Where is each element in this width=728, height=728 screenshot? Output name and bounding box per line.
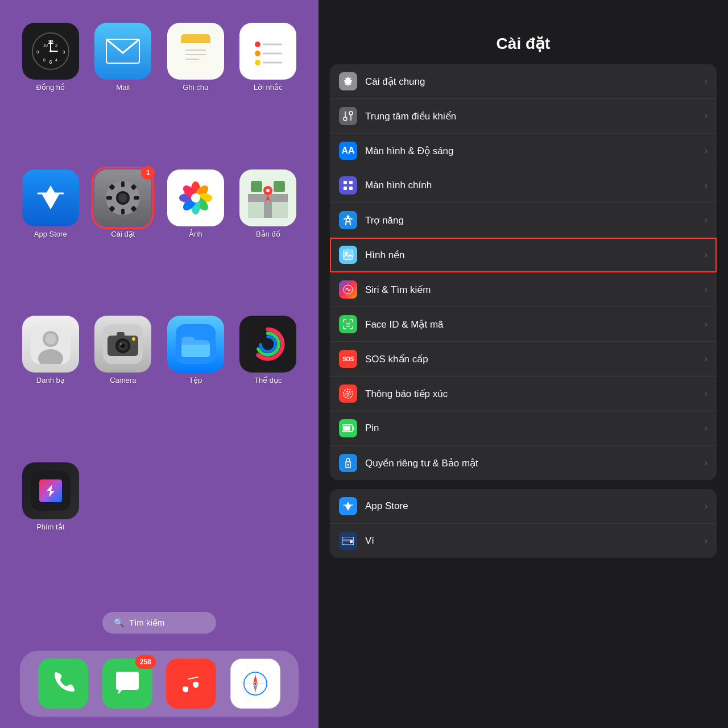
app-photos[interactable]: Ảnh [162,169,229,303]
app-maps[interactable]: Bản đồ [235,169,302,303]
row-faceid[interactable]: Face ID & Mật mã › [330,307,717,342]
app-grid: 12 9 3 6 10 2 8 4 Đồng hồ [11,17,307,601]
settings-content: Cài đặt chung › Trung tâm điều khiển › [318,64,728,728]
svg-point-53 [266,189,270,192]
svg-text:4: 4 [55,58,57,62]
row-exposure-label: Thông báo tiếp xúc [365,388,700,400]
row-privacy-label: Quyền riêng tư & Bảo mật [365,457,700,469]
svg-point-64 [120,343,122,345]
icon-appstore-settings [339,497,357,515]
svg-point-89 [347,216,350,218]
chevron-privacy: › [705,458,708,468]
chevron-siri: › [705,284,708,295]
svg-rect-32 [134,196,139,200]
app-reminders-label: Lời nhắc [254,83,283,92]
row-general[interactable]: Cài đặt chung › [330,64,717,99]
chevron-wallet: › [705,536,708,546]
svg-text:6: 6 [49,59,52,65]
icon-sos: SOS [339,350,357,368]
row-homescreen-label: Màn hình chính [365,180,700,191]
svg-rect-29 [121,181,125,187]
app-reminders[interactable]: Lời nhắc [235,23,302,156]
row-wallpaper[interactable]: Hình nền › [330,238,717,272]
settings-bottom-section: App Store › Ví › [330,489,717,558]
svg-point-66 [132,337,135,341]
search-label: Tìm kiếm [129,618,164,628]
chevron-appstore: › [705,501,708,511]
app-appstore[interactable]: App Store [17,169,84,303]
app-settings-label: Cài đặt [111,230,135,238]
row-siri[interactable]: Siri & Tìm kiếm › [330,272,717,307]
app-fitness[interactable]: Thể dục [235,316,302,449]
svg-point-79 [254,682,257,685]
app-camera[interactable]: Camera [90,316,157,449]
icon-privacy [339,454,357,472]
app-contacts-label: Danh bạ [36,376,65,384]
search-bar[interactable]: 🔍 Tìm kiếm [102,612,216,634]
row-exposure[interactable]: Thông báo tiếp xúc › [330,377,717,411]
row-accessibility-label: Trợ năng [365,214,700,226]
row-homescreen[interactable]: Màn hình chính › [330,168,717,203]
svg-rect-88 [349,187,353,190]
row-wallet-label: Ví [365,535,700,547]
dock-messages[interactable]: 258 [102,659,152,709]
svg-point-24 [255,60,260,65]
chevron-control-center: › [705,111,708,121]
row-appstore[interactable]: App Store › [330,489,717,524]
row-display-label: Màn hình & Độ sáng [365,145,700,157]
row-sos[interactable]: SOS SOS khẩn cấp › [330,342,717,377]
settings-panel: Cài đặt Cài đặt chung › [318,0,728,728]
svg-text:8: 8 [43,58,46,62]
icon-display: AA [339,142,357,160]
settings-title: Cài đặt [336,34,711,53]
app-photos-label: Ảnh [189,230,202,238]
search-icon: 🔍 [114,618,125,628]
svg-point-81 [344,117,347,121]
svg-rect-31 [106,196,112,200]
dock-safari[interactable] [230,659,280,709]
icon-wallpaper [339,246,357,264]
row-appstore-label: App Store [365,500,700,512]
app-clock[interactable]: 12 9 3 6 10 2 8 4 Đồng hồ [17,23,84,156]
chevron-accessibility: › [705,215,708,225]
chevron-wallpaper: › [705,250,708,260]
app-shortcuts[interactable]: Phím tắt [17,462,84,595]
row-control-center[interactable]: Trung tâm điều khiển › [330,99,717,134]
svg-text:9: 9 [36,49,39,55]
icon-homescreen [339,176,357,195]
app-contacts[interactable]: Danh bạ [17,316,84,449]
svg-rect-86 [349,181,353,184]
app-shortcuts-label: Phím tắt [36,523,64,531]
app-settings[interactable]: 1 Cài đặt [90,169,157,303]
svg-rect-87 [344,187,347,190]
row-general-label: Cài đặt chung [365,76,700,88]
app-notes[interactable]: Ghi chú [162,23,229,156]
svg-point-97 [348,393,349,395]
row-battery-label: Pin [365,423,700,434]
svg-point-28 [118,193,127,202]
svg-point-57 [45,333,56,345]
row-display[interactable]: AA Màn hình & Độ sáng › [330,134,717,168]
row-wallet[interactable]: Ví › [330,524,717,558]
chevron-faceid: › [705,319,708,329]
icon-accessibility [339,211,357,229]
row-accessibility[interactable]: Trợ năng › [330,203,717,238]
row-battery[interactable]: Pin › [330,411,717,446]
dock-phone[interactable] [38,659,88,709]
svg-point-45 [191,193,200,202]
row-privacy[interactable]: Quyền riêng tư & Bảo mật › [330,446,717,480]
app-mail[interactable]: Mail [90,23,157,156]
app-appstore-label: App Store [34,230,67,238]
app-files[interactable]: Tệp [162,316,229,449]
icon-control-center [339,107,357,125]
messages-badge: 258 [135,655,156,669]
settings-main-section: Cài đặt chung › Trung tâm điều khiển › [330,64,717,480]
icon-faceid [339,315,357,333]
row-siri-label: Siri & Tìm kiếm [365,284,700,296]
svg-rect-106 [350,540,353,543]
dock-music[interactable] [166,659,216,709]
app-clock-label: Đồng hồ [36,83,65,92]
icon-wallet [339,532,357,550]
svg-text:2: 2 [55,43,57,47]
app-camera-label: Camera [110,376,136,384]
